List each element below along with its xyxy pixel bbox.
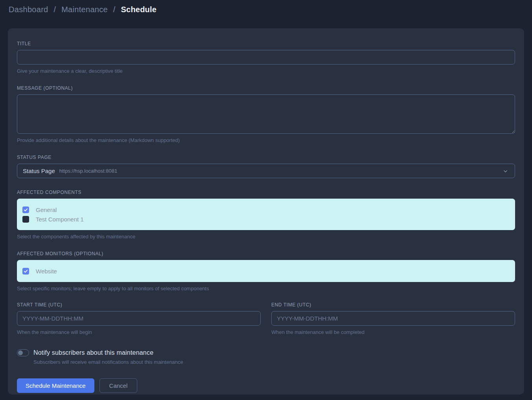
- end-time-input[interactable]: [271, 311, 515, 326]
- breadcrumb: Dashboard / Maintenance / Schedule: [9, 5, 523, 14]
- checkbox-website[interactable]: [22, 268, 29, 275]
- message-textarea[interactable]: [17, 94, 515, 134]
- message-helper-text: Provide additional details about the mai…: [17, 137, 515, 143]
- affected-monitors-field-group: AFFECTED MONITORS (OPTIONAL) Website Sel…: [17, 251, 515, 291]
- notify-subscribers-toggle[interactable]: [17, 349, 29, 356]
- start-time-field-group: START TIME (UTC) When the maintenance wi…: [17, 302, 261, 335]
- schedule-maintenance-form-card: TITLE Give your maintenance a clear, des…: [8, 28, 524, 394]
- title-field-group: TITLE Give your maintenance a clear, des…: [17, 41, 515, 74]
- affected-components-label: AFFECTED COMPONENTS: [17, 190, 515, 195]
- time-fields-row: START TIME (UTC) When the maintenance wi…: [17, 302, 515, 335]
- start-time-helper-text: When the maintenance will begin: [17, 329, 261, 335]
- checkbox-general[interactable]: [22, 206, 29, 213]
- end-time-field-group: END TIME (UTC) When the maintenance will…: [271, 302, 515, 335]
- title-input[interactable]: [17, 50, 515, 65]
- component-option-general[interactable]: General: [22, 205, 510, 214]
- status-page-label: STATUS PAGE: [17, 155, 515, 160]
- notify-subscribers-helper-text: Subscribers will receive email notificat…: [33, 359, 515, 365]
- title-helper-text: Give your maintenance a clear, descripti…: [17, 68, 515, 74]
- message-field-group: MESSAGE (OPTIONAL) Provide additional de…: [17, 85, 515, 143]
- status-page-field-group: STATUS PAGE Status Page https://hsp.loca…: [17, 155, 515, 178]
- affected-monitors-helper-text: Select specific monitors; leave empty to…: [17, 286, 515, 291]
- checkmark-icon: [24, 208, 28, 212]
- affected-components-field-group: AFFECTED COMPONENTS General Test Compone…: [17, 190, 515, 240]
- top-bar: Dashboard / Maintenance / Schedule: [0, 0, 532, 28]
- end-time-label: END TIME (UTC): [271, 302, 515, 308]
- end-time-helper-text: When the maintenance will be completed: [271, 329, 515, 335]
- monitor-option-label: Website: [36, 268, 57, 275]
- chevron-down-icon: [503, 168, 508, 176]
- breadcrumb-maintenance[interactable]: Maintenance: [61, 5, 108, 14]
- component-option-label: Test Component 1: [36, 216, 84, 223]
- start-time-input[interactable]: [17, 311, 261, 326]
- breadcrumb-separator: /: [53, 5, 56, 14]
- affected-components-helper-text: Select the components affected by this m…: [17, 234, 515, 240]
- start-time-label: START TIME (UTC): [17, 302, 261, 308]
- affected-monitors-label: AFFECTED MONITORS (OPTIONAL): [17, 251, 515, 256]
- schedule-maintenance-button[interactable]: Schedule Maintenance: [17, 378, 94, 393]
- notify-subscribers-label: Notify subscribers about this maintenanc…: [33, 349, 153, 356]
- form-actions: Schedule Maintenance Cancel: [17, 378, 515, 393]
- toggle-knob: [18, 350, 23, 355]
- status-page-selected-name: Status Page: [23, 168, 55, 174]
- breadcrumb-dashboard[interactable]: Dashboard: [9, 5, 48, 14]
- affected-components-listbox: General Test Component 1: [17, 199, 515, 230]
- status-page-selected-url: https://hsp.localhost:8081: [59, 168, 117, 174]
- title-label: TITLE: [17, 41, 515, 46]
- cancel-button[interactable]: Cancel: [99, 378, 138, 393]
- breadcrumb-separator: /: [113, 5, 116, 14]
- monitor-option-website[interactable]: Website: [22, 266, 510, 276]
- checkbox-test-component-1[interactable]: [22, 216, 29, 223]
- notify-subscribers-section: Notify subscribers about this maintenanc…: [17, 349, 515, 365]
- affected-monitors-listbox: Website: [17, 260, 515, 282]
- component-option-label: General: [36, 206, 57, 213]
- status-page-select[interactable]: Status Page https://hsp.localhost:8081: [17, 164, 515, 178]
- checkmark-icon: [24, 269, 28, 273]
- breadcrumb-schedule: Schedule: [121, 5, 157, 14]
- component-option-test-component-1[interactable]: Test Component 1: [22, 214, 510, 224]
- message-label: MESSAGE (OPTIONAL): [17, 85, 515, 91]
